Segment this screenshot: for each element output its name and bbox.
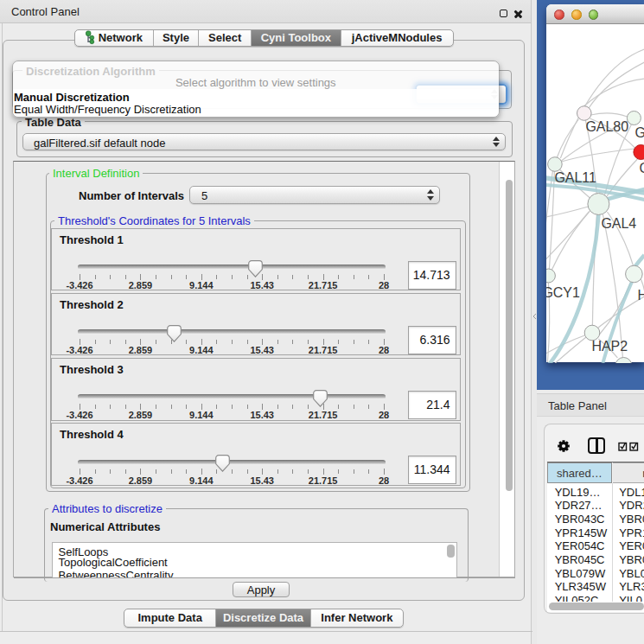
svg-text:GCY1: GCY1 <box>546 285 580 300</box>
svg-text:C: C <box>639 161 644 175</box>
svg-text:GAL11: GAL11 <box>554 171 596 186</box>
svg-text:HAP2: HAP2 <box>591 339 628 354</box>
svg-text:GAL4: GAL4 <box>601 216 636 231</box>
svg-text:GAL80: GAL80 <box>585 119 628 134</box>
svg-text:H: H <box>637 288 644 303</box>
svg-text:GA: GA <box>634 125 644 140</box>
